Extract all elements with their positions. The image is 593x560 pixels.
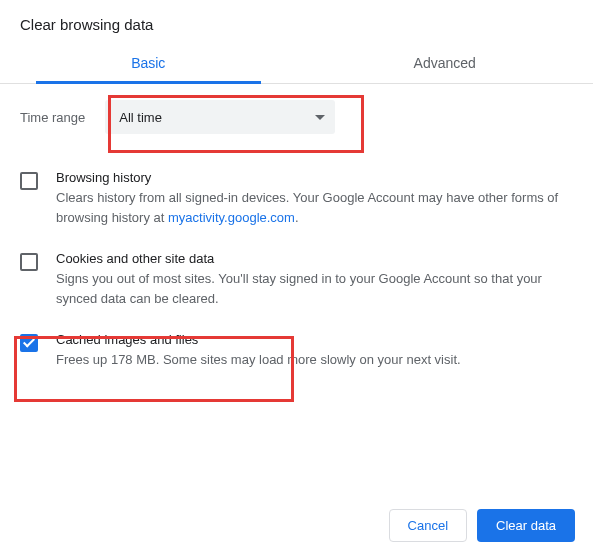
option-desc: Clears history from all signed-in device… xyxy=(56,188,573,227)
dropdown-triangle-icon xyxy=(315,115,325,120)
option-title: Cached images and files xyxy=(56,332,573,347)
clear-browsing-data-dialog: Clear browsing data Basic Advanced Time … xyxy=(0,0,593,560)
checkbox-browsing-history[interactable] xyxy=(20,172,38,190)
option-title: Browsing history xyxy=(56,170,573,185)
option-desc: Frees up 178 MB. Some sites may load mor… xyxy=(56,350,573,370)
checkbox-cached-images[interactable] xyxy=(20,334,38,352)
time-range-label: Time range xyxy=(20,110,85,125)
option-body: Browsing history Clears history from all… xyxy=(56,170,573,227)
time-range-select[interactable]: All time xyxy=(105,100,335,134)
tab-basic[interactable]: Basic xyxy=(0,45,297,83)
option-desc: Signs you out of most sites. You'll stay… xyxy=(56,269,573,308)
dialog-title: Clear browsing data xyxy=(0,0,593,45)
desc-text: Clears history from all signed-in device… xyxy=(56,190,558,225)
checkbox-cookies[interactable] xyxy=(20,253,38,271)
option-title: Cookies and other site data xyxy=(56,251,573,266)
option-body: Cookies and other site data Signs you ou… xyxy=(56,251,573,308)
myactivity-link[interactable]: myactivity.google.com xyxy=(168,210,295,225)
option-body: Cached images and files Frees up 178 MB.… xyxy=(56,332,573,370)
time-range-row: Time range All time xyxy=(20,100,573,134)
content-section: Time range All time Browsing history Cle… xyxy=(0,84,593,380)
dialog-footer: Cancel Clear data xyxy=(389,509,575,542)
option-cached-images: Cached images and files Frees up 178 MB.… xyxy=(20,318,573,380)
time-range-value: All time xyxy=(119,110,162,125)
clear-data-button[interactable]: Clear data xyxy=(477,509,575,542)
option-browsing-history: Browsing history Clears history from all… xyxy=(20,156,573,237)
tab-advanced[interactable]: Advanced xyxy=(297,45,594,83)
cancel-button[interactable]: Cancel xyxy=(389,509,467,542)
option-cookies: Cookies and other site data Signs you ou… xyxy=(20,237,573,318)
desc-text-after: . xyxy=(295,210,299,225)
tabs: Basic Advanced xyxy=(0,45,593,84)
